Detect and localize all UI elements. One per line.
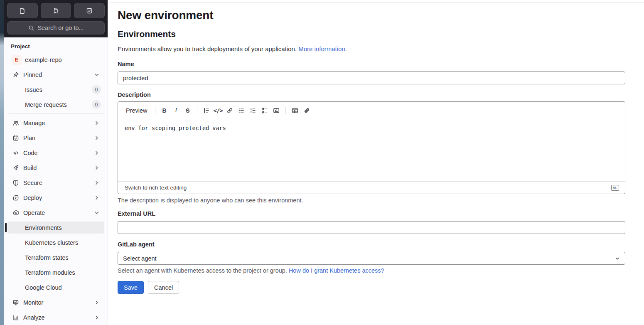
chevron-right-icon: [93, 314, 100, 321]
task-list-button[interactable]: [259, 105, 270, 116]
collapsible-section-icon: [273, 107, 280, 114]
chevron-right-icon: [93, 299, 100, 306]
markdown-editor-footer: Switch to rich text editing M↓: [118, 181, 625, 194]
main-content: New environment Environments Environment…: [108, 0, 644, 325]
sidebar-item-label: Kubernetes clusters: [25, 239, 78, 246]
table-button[interactable]: [289, 105, 301, 116]
quote-button[interactable]: [201, 105, 212, 116]
chevron-right-icon: [93, 165, 100, 171]
italic-icon: I: [175, 107, 177, 114]
sidebar-item-label: Google Cloud: [25, 284, 62, 291]
sidebar-item-analyze[interactable]: Analyze: [7, 311, 104, 323]
sidebar-item-code[interactable]: Code: [7, 147, 104, 159]
task-list-icon: [261, 107, 268, 114]
sidebar-item-manage[interactable]: Manage: [7, 117, 104, 129]
save-button[interactable]: Save: [118, 281, 144, 294]
svg-text:2: 2: [250, 111, 251, 113]
markdown-icon[interactable]: M↓: [611, 185, 619, 191]
sidebar-item-operate[interactable]: Operate: [7, 207, 104, 219]
desktop-wallpaper-sliver: [0, 0, 4, 325]
external-url-input[interactable]: [118, 221, 625, 234]
name-label: Name: [118, 61, 625, 67]
sidebar-item-deploy[interactable]: Deploy: [7, 192, 104, 204]
intro-text: Environments allow you to track deployme…: [118, 45, 297, 52]
chevron-right-icon: [93, 195, 100, 201]
code-icon: </>: [213, 107, 222, 114]
sidebar-item-kubernetes-clusters[interactable]: Kubernetes clusters: [7, 236, 104, 249]
collapsible-section-button[interactable]: [270, 105, 282, 116]
name-input[interactable]: [118, 71, 625, 84]
chevron-down-icon: [93, 71, 100, 78]
kubernetes-access-link[interactable]: How do I grant Kubernetes access?: [289, 267, 384, 274]
sidebar-item-issues[interactable]: Issues 0: [7, 84, 104, 96]
italic-button[interactable]: I: [170, 105, 182, 116]
bullet-list-button[interactable]: [236, 105, 247, 116]
search-input[interactable]: Search or go to...: [7, 21, 105, 34]
table-icon: [292, 107, 298, 114]
sidebar-item-google-cloud[interactable]: Google Cloud: [7, 281, 104, 293]
preview-toggle[interactable]: Preview: [122, 105, 152, 116]
todo-shortcut-button[interactable]: [74, 3, 105, 18]
sidebar-item-plan[interactable]: Plan: [7, 132, 104, 144]
sidebar-item-monitor[interactable]: Monitor: [7, 296, 104, 308]
quote-icon: [203, 107, 210, 114]
issues-icon: [19, 7, 26, 14]
sidebar-header: Search or go to...: [4, 0, 108, 37]
attachment-icon: [303, 107, 310, 114]
sidebar-item-label: Operate: [23, 209, 45, 216]
monitor-icon: [12, 299, 19, 306]
svg-text:1: 1: [250, 108, 251, 110]
sidebar-item-environments[interactable]: Environments: [7, 222, 104, 234]
sidebar-item-pinned[interactable]: Pinned: [7, 69, 104, 81]
attachment-button[interactable]: [301, 105, 312, 116]
numbered-list-button[interactable]: 12: [247, 105, 259, 116]
chart-icon: [12, 314, 19, 321]
top-hairline: [108, 2, 644, 2]
issues-shortcut-button[interactable]: [7, 3, 38, 18]
link-button[interactable]: [224, 105, 236, 116]
sidebar: Search or go to... Project E example-rep…: [4, 0, 108, 325]
users-icon: [12, 120, 19, 126]
strikethrough-icon: S: [186, 107, 189, 114]
calendar-icon: [12, 135, 19, 141]
sidebar-project-example-repo[interactable]: E example-repo: [7, 54, 104, 66]
project-avatar: E: [12, 55, 22, 65]
numbered-list-icon: 12: [250, 107, 256, 114]
external-url-label: External URL: [118, 210, 625, 217]
switch-rich-text-link[interactable]: Switch to rich text editing: [125, 185, 187, 191]
issues-count-badge: 0: [92, 85, 101, 94]
code-button[interactable]: </>: [212, 105, 224, 116]
cancel-button[interactable]: Cancel: [148, 281, 179, 294]
toolbar-divider: [285, 107, 286, 114]
toolbar-divider: [155, 107, 155, 114]
description-label: Description: [118, 91, 625, 98]
sidebar-item-secure[interactable]: Secure: [7, 177, 104, 189]
agent-help-text: Select an agent with Kubernetes access t…: [118, 267, 625, 274]
sidebar-item-label: Pinned: [23, 71, 42, 78]
more-information-link[interactable]: More information.: [298, 45, 347, 52]
description-textarea[interactable]: env for scoping protected vars: [118, 119, 625, 180]
description-help-text: The description is displayed to anyone w…: [118, 197, 625, 204]
sidebar-item-merge-requests[interactable]: Merge requests 0: [7, 98, 104, 111]
agent-select[interactable]: Select agent: [118, 252, 625, 265]
strikethrough-button[interactable]: S: [182, 105, 194, 116]
chevron-down-icon: [93, 209, 100, 216]
sidebar-item-label: Manage: [23, 120, 45, 126]
sidebar-item-label: Monitor: [23, 299, 43, 306]
bold-button[interactable]: B: [159, 105, 170, 116]
bold-icon: B: [162, 107, 167, 114]
sidebar-divider: [8, 113, 103, 114]
sidebar-item-label: Terraform modules: [25, 269, 75, 276]
search-placeholder: Search or go to...: [37, 25, 84, 31]
chevron-down-icon: [614, 255, 621, 262]
deploy-icon: [12, 195, 19, 201]
sidebar-item-terraform-states[interactable]: Terraform states: [7, 251, 104, 263]
shield-icon: [12, 180, 19, 186]
sidebar-item-terraform-modules[interactable]: Terraform modules: [7, 266, 104, 278]
code-icon: [12, 150, 19, 156]
merge-requests-shortcut-button[interactable]: [41, 3, 71, 18]
sidebar-item-build[interactable]: Build: [7, 162, 104, 174]
chevron-right-icon: [93, 135, 100, 141]
sidebar-item-label: Analyze: [23, 314, 45, 321]
agent-select-value: Select agent: [123, 255, 157, 262]
